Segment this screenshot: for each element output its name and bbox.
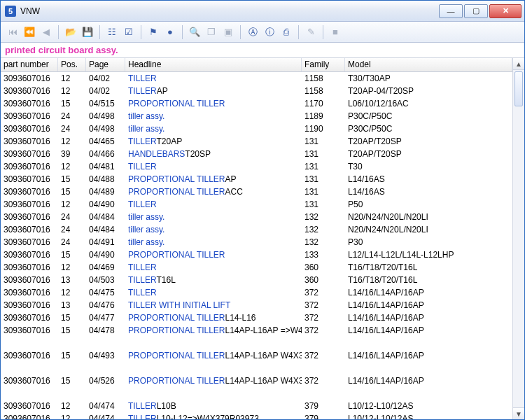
headline-link[interactable]: PROPORTIONAL TILLER (128, 187, 225, 197)
headline-link[interactable]: TILLER (128, 288, 157, 298)
globe-icon[interactable]: ● (162, 24, 178, 40)
table-row[interactable] (1, 387, 512, 400)
headline-link[interactable]: TILLER (128, 86, 157, 96)
table-row[interactable]: 30936070161504/490PROPORTIONAL TILLER133… (1, 248, 512, 261)
headline-link[interactable]: PROPORTIONAL TILLER (128, 174, 225, 184)
cell-page: 04/474 (86, 400, 125, 412)
scroll-thumb[interactable] (514, 71, 523, 106)
col-family[interactable]: Family (302, 58, 345, 71)
headline-link[interactable]: PROPORTIONAL TILLER (128, 250, 225, 260)
headline-link[interactable]: TILLER WITH INITIAL LIFT (128, 300, 230, 310)
maximize-button[interactable]: ▢ (464, 4, 488, 18)
scroll-track[interactable] (513, 70, 524, 407)
cell-family: 132 (302, 211, 345, 223)
headline-link[interactable]: PROPORTIONAL TILLER (128, 376, 225, 386)
cell-part-number: 3093607016 (1, 249, 58, 260)
cell-headline: TILLER (125, 73, 302, 84)
headline-link[interactable]: PROPORTIONAL TILLER (128, 313, 225, 323)
cart-icon[interactable]: ☷ (104, 24, 120, 40)
cell-part-number: 3093607016 (1, 161, 58, 172)
cell-family: 360 (302, 274, 345, 286)
headline-link[interactable]: tiller assy. (128, 225, 164, 234)
table-row[interactable]: 30936070161504/526PROPORTIONAL TILLERL14… (1, 374, 512, 387)
table-row[interactable]: 30936070161504/478PROPORTIONAL TILLERL14… (1, 324, 512, 337)
headline-link[interactable]: TILLER (128, 414, 157, 419)
cell-pos: 24 (58, 111, 86, 122)
headline-link[interactable]: TILLER (128, 401, 157, 411)
vertical-scrollbar[interactable]: ▲ ▼ (512, 58, 524, 419)
table-row[interactable]: 30936070162404/498tiller assy.1189P30C/P… (1, 110, 512, 122)
headline-link[interactable]: tiller assy. (128, 237, 164, 247)
headline-link[interactable]: TILLER (128, 262, 157, 272)
cell-model: L14/16AS (345, 174, 512, 185)
cell-family: 379 (302, 400, 345, 412)
cell-part-number (1, 393, 58, 394)
table-row[interactable]: 30936070161204/474TILLERL10-L12=>W4X379R… (1, 412, 512, 419)
scroll-up-button[interactable]: ▲ (513, 58, 524, 70)
cell-page: 04/474 (86, 413, 125, 419)
table-row[interactable]: 30936070161504/477PROPORTIONAL TILLERL14… (1, 312, 512, 324)
table-row[interactable]: 30936070163904/466HANDLEBARST20SP131T20A… (1, 148, 512, 160)
title-bar[interactable]: 5 VNW — ▢ ✕ (1, 1, 524, 22)
col-part-number[interactable]: part number (1, 58, 58, 71)
table-row[interactable]: 30936070161204/481TILLER131T30 (1, 160, 512, 173)
cell-pos: 39 (58, 148, 86, 160)
table-row[interactable]: 30936070162404/498tiller assy.1190P30C/P… (1, 122, 512, 135)
table-row[interactable]: 30936070161204/465TILLERT20AP131T20AP/T2… (1, 135, 512, 148)
table-row[interactable]: 30936070161504/515PROPORTIONAL TILLER117… (1, 97, 512, 110)
a-circle-icon[interactable]: Ⓐ (245, 24, 260, 40)
table-row[interactable]: 30936070161204/490TILLER131P50 (1, 198, 512, 211)
table-row[interactable]: 30936070161204/02TILLERAP1158T20AP-04/T2… (1, 85, 512, 97)
headline-link[interactable]: tiller assy. (128, 212, 164, 222)
headline-link[interactable]: PROPORTIONAL TILLER (128, 351, 225, 360)
cell-headline: HANDLEBARST20SP (125, 148, 302, 160)
col-pos[interactable]: Pos. (58, 58, 86, 71)
headline-link[interactable]: TILLER (128, 74, 157, 83)
table-row[interactable]: 30936070161204/02TILLER1158T30/T30AP (1, 72, 512, 85)
headline-link[interactable]: PROPORTIONAL TILLER (128, 99, 225, 108)
col-page[interactable]: Page (86, 58, 125, 71)
table-row[interactable] (1, 362, 512, 374)
col-headline[interactable]: Headline (125, 58, 302, 71)
table-row[interactable]: 30936070161504/489PROPORTIONAL TILLERACC… (1, 186, 512, 198)
doc-open-icon: 📂 (63, 24, 78, 40)
table-row[interactable]: 30936070161504/488PROPORTIONAL TILLERAP1… (1, 173, 512, 186)
cell-model: L14/16/L14AP/16AP (345, 325, 512, 336)
table-row[interactable]: 30936070161304/503TILLERT16L360T16/T18/T… (1, 274, 512, 286)
cell-headline: TILLERAP (125, 85, 302, 97)
table-row[interactable]: 30936070161504/493PROPORTIONAL TILLERL14… (1, 349, 512, 362)
headline-link[interactable]: TILLER (128, 275, 156, 285)
headline-suffix: T20SP (185, 149, 211, 159)
headline-link[interactable]: TILLER (128, 200, 157, 209)
table-row[interactable]: 30936070161204/469TILLER360T16/T18/T20/T… (1, 261, 512, 274)
cell-headline: PROPORTIONAL TILLER (125, 249, 302, 260)
headline-link[interactable]: TILLER (128, 162, 157, 172)
col-model[interactable]: Model (345, 58, 512, 71)
toolbar-separator (298, 25, 299, 39)
table-row[interactable]: 30936070161204/475TILLER372L14/16/L14AP/… (1, 286, 512, 299)
headline-link[interactable]: PROPORTIONAL TILLER (128, 326, 225, 335)
cell-family: 1189 (302, 111, 345, 122)
close-button[interactable]: ✕ (489, 4, 522, 18)
print-icon[interactable]: ⎙ (279, 24, 294, 40)
table-row[interactable]: 30936070162404/484tiller assy.132N20/N24… (1, 211, 512, 223)
cell-model (345, 342, 512, 344)
minimize-button[interactable]: — (439, 4, 463, 18)
cell-pos: 12 (58, 73, 86, 84)
nav-first-icon: ⏮ (5, 24, 20, 40)
table-row[interactable]: 30936070161304/476TILLER WITH INITIAL LI… (1, 299, 512, 312)
headline-link[interactable]: tiller assy. (128, 124, 164, 134)
cell-pos (58, 368, 86, 369)
headline-link[interactable]: TILLER (128, 136, 156, 146)
table-row[interactable] (1, 337, 512, 349)
cell-headline: TILLERT20AP (125, 136, 302, 147)
table-row[interactable]: 30936070162404/491tiller assy.132P30 (1, 236, 512, 248)
flag-icon[interactable]: ⚑ (146, 24, 161, 40)
scroll-down-button[interactable]: ▼ (513, 407, 524, 419)
checklist-icon[interactable]: ☑ (121, 24, 136, 40)
headline-link[interactable]: HANDLEBARS (128, 149, 185, 159)
table-row[interactable]: 30936070162404/484tiller assy.132N20/N24… (1, 223, 512, 236)
headline-link[interactable]: tiller assy. (128, 111, 164, 121)
help-icon[interactable]: ⓘ (262, 24, 277, 40)
table-row[interactable]: 30936070161204/474TILLERL10B379L10/12-L1… (1, 400, 512, 412)
